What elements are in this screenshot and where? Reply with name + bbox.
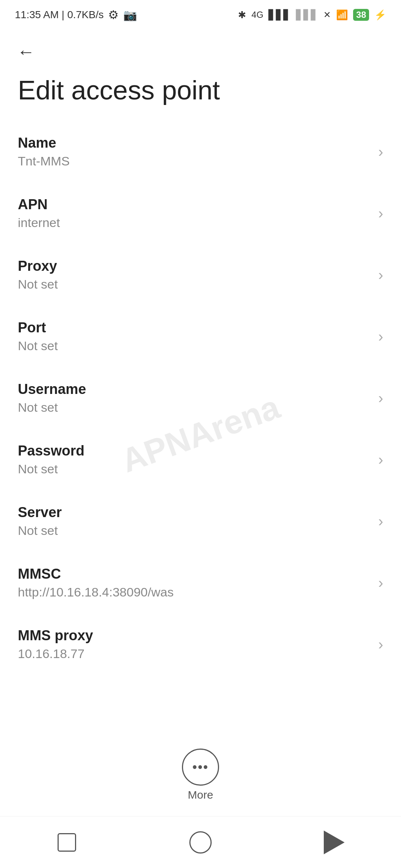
- status-right: ✱ 4G ▋▋▋ ▋▋▋ ✕ 📶 38 ⚡: [238, 9, 386, 21]
- video-icon: 📷: [123, 9, 137, 22]
- chevron-right-icon: ›: [378, 267, 383, 283]
- settings-item[interactable]: MMSC http://10.16.18.4:38090/was ›: [0, 552, 401, 614]
- back-nav-button[interactable]: [316, 828, 353, 857]
- circle-icon: [189, 831, 212, 854]
- bluetooth-icon: ✱: [238, 9, 246, 21]
- signal-icon: ▋▋▋: [268, 9, 291, 21]
- back-arrow-icon: ←: [17, 43, 35, 61]
- 4g-icon: 4G: [251, 10, 263, 20]
- chevron-right-icon: ›: [378, 636, 383, 653]
- settings-item-content: MMSC http://10.16.18.4:38090/was: [18, 566, 371, 599]
- settings-item-label: MMS proxy: [18, 628, 371, 644]
- settings-item-content: Port Not set: [18, 320, 371, 353]
- bottom-nav: [0, 816, 401, 868]
- chevron-right-icon: ›: [378, 144, 383, 160]
- wifi-icon: 📶: [336, 9, 348, 21]
- chevron-right-icon: ›: [378, 205, 383, 222]
- signal2-icon: ▋▋▋: [296, 9, 318, 21]
- charging-icon: ⚡: [374, 9, 386, 21]
- settings-item[interactable]: Username Not set ›: [0, 367, 401, 429]
- chevron-right-icon: ›: [378, 513, 383, 530]
- status-bar: 11:35 AM | 0.7KB/s ⚙ 📷 ✱ 4G ▋▋▋ ▋▋▋ ✕ 📶 …: [0, 0, 401, 30]
- settings-item-value: http://10.16.18.4:38090/was: [18, 585, 371, 599]
- back-area: ←: [0, 30, 401, 67]
- more-label: More: [188, 789, 213, 801]
- settings-item-label: Username: [18, 381, 371, 397]
- settings-item-label: MMSC: [18, 566, 371, 582]
- settings-item-content: Name Tnt-MMS: [18, 135, 371, 168]
- more-circle: •••: [182, 749, 219, 786]
- settings-item[interactable]: Password Not set ›: [0, 429, 401, 490]
- chevron-right-icon: ›: [378, 451, 383, 468]
- settings-item-content: Password Not set: [18, 443, 371, 476]
- settings-item-value: Not set: [18, 400, 371, 415]
- more-dots-icon: •••: [192, 760, 209, 774]
- recents-button[interactable]: [48, 828, 85, 857]
- chevron-right-icon: ›: [378, 390, 383, 407]
- settings-item[interactable]: Name Tnt-MMS ›: [0, 121, 401, 183]
- time-display: 11:35 AM | 0.7KB/s: [15, 9, 104, 21]
- settings-item-content: MMS proxy 10.16.18.77: [18, 628, 371, 661]
- settings-item-value: Not set: [18, 277, 371, 292]
- settings-item-label: APN: [18, 197, 371, 213]
- page-title: Edit access point: [0, 67, 401, 121]
- square-icon: [58, 833, 76, 852]
- more-button-area[interactable]: ••• More: [182, 749, 219, 801]
- settings-item-value: internet: [18, 216, 371, 230]
- settings-item-content: Server Not set: [18, 504, 371, 538]
- back-button[interactable]: ←: [15, 41, 37, 63]
- settings-icon: ⚙: [108, 8, 119, 22]
- battery-icon: 38: [353, 9, 369, 21]
- settings-item[interactable]: Port Not set ›: [0, 306, 401, 367]
- settings-item[interactable]: Server Not set ›: [0, 490, 401, 552]
- settings-item-content: APN internet: [18, 197, 371, 230]
- status-left: 11:35 AM | 0.7KB/s ⚙ 📷: [15, 8, 137, 22]
- settings-item-label: Password: [18, 443, 371, 459]
- settings-item-value: 10.16.18.77: [18, 647, 371, 661]
- settings-item-value: Not set: [18, 523, 371, 538]
- settings-item[interactable]: APN internet ›: [0, 183, 401, 244]
- chevron-right-icon: ›: [378, 575, 383, 591]
- settings-item-label: Server: [18, 504, 371, 520]
- settings-item-value: Not set: [18, 339, 371, 353]
- home-button[interactable]: [182, 828, 219, 857]
- settings-item-content: Proxy Not set: [18, 258, 371, 292]
- no-service-icon: ✕: [323, 10, 331, 20]
- settings-item-label: Name: [18, 135, 371, 151]
- settings-list: Name Tnt-MMS › APN internet › Proxy Not …: [0, 121, 401, 675]
- settings-item-value: Tnt-MMS: [18, 154, 371, 168]
- settings-item-label: Port: [18, 320, 371, 336]
- settings-item-label: Proxy: [18, 258, 371, 274]
- settings-item-content: Username Not set: [18, 381, 371, 415]
- settings-item[interactable]: Proxy Not set ›: [0, 244, 401, 306]
- chevron-right-icon: ›: [378, 328, 383, 345]
- triangle-icon: [324, 831, 345, 854]
- settings-item-value: Not set: [18, 462, 371, 476]
- settings-item[interactable]: MMS proxy 10.16.18.77 ›: [0, 614, 401, 675]
